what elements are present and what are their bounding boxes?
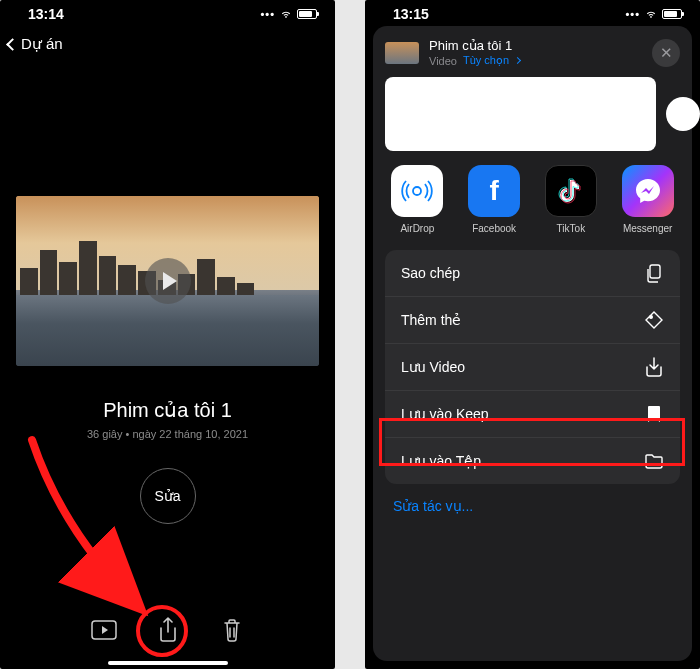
app-label: Facebook [472, 223, 516, 234]
share-button[interactable] [155, 619, 181, 641]
play-button[interactable] [145, 258, 191, 304]
nav-bar: Dự án [0, 28, 335, 60]
phone-left-project-detail: 13:14 ••• Dự án Phim của tôi 1 36 giây •… [0, 0, 335, 669]
sheet-subtitle[interactable]: Video Tùy chọn [429, 54, 642, 67]
action-list: Sao chép Thêm thẻ Lưu Video Lưu vào Keep [385, 250, 680, 484]
close-button[interactable]: ✕ [652, 39, 680, 67]
home-indicator[interactable] [108, 661, 228, 665]
apps-row: AirDrop f Facebook TikTok Messenger [373, 165, 692, 250]
status-icons: ••• [260, 8, 317, 20]
action-save-keep[interactable]: Lưu vào Keep [385, 391, 680, 438]
cellular-icon: ••• [260, 8, 275, 20]
bottom-toolbar [0, 605, 335, 655]
contact-suggestion[interactable] [666, 97, 700, 131]
app-label: AirDrop [400, 223, 434, 234]
status-time: 13:15 [393, 6, 429, 22]
status-time: 13:14 [28, 6, 64, 22]
tag-icon [644, 310, 664, 330]
app-tiktok[interactable]: TikTok [533, 165, 610, 234]
app-label: Messenger [623, 223, 672, 234]
preview-row [373, 77, 692, 165]
svg-point-3 [650, 316, 653, 319]
sheet-header: Phim của tôi 1 Video Tùy chọn ✕ [373, 34, 692, 77]
app-airdrop[interactable]: AirDrop [379, 165, 456, 234]
action-save-video[interactable]: Lưu Video [385, 344, 680, 391]
action-save-files[interactable]: Lưu vào Tệp [385, 438, 680, 484]
sheet-thumbnail [385, 42, 419, 64]
edit-actions-link[interactable]: Sửa tác vụ... [373, 484, 692, 528]
svg-rect-2 [650, 265, 660, 278]
app-facebook[interactable]: f Facebook [456, 165, 533, 234]
share-sheet: Phim của tôi 1 Video Tùy chọn ✕ AirDrop [373, 26, 692, 661]
wifi-icon [644, 9, 658, 19]
play-icon [163, 272, 177, 290]
svg-point-1 [413, 187, 421, 195]
action-label: Lưu Video [401, 359, 465, 375]
video-preview[interactable] [385, 77, 656, 151]
action-label: Sao chép [401, 265, 460, 281]
app-label: TikTok [557, 223, 586, 234]
action-label: Lưu vào Tệp [401, 453, 481, 469]
delete-button[interactable] [219, 619, 245, 641]
status-bar: 13:14 ••• [0, 0, 335, 28]
video-thumbnail[interactable] [16, 196, 319, 366]
edit-button[interactable]: Sửa [140, 468, 196, 524]
wifi-icon [279, 9, 293, 19]
battery-icon [297, 9, 317, 19]
copy-icon [644, 263, 664, 283]
folder-icon [644, 451, 664, 471]
action-label: Lưu vào Keep [401, 406, 489, 422]
back-button[interactable]: Dự án [8, 35, 63, 53]
sheet-options-link: Tùy chọn [463, 54, 509, 67]
action-label: Thêm thẻ [401, 312, 461, 328]
battery-icon [662, 9, 682, 19]
sheet-type: Video [429, 55, 457, 67]
phone-right-share-sheet: 13:15 ••• Phim của tôi 1 Video Tùy chọn … [365, 0, 700, 669]
sheet-title: Phim của tôi 1 [429, 38, 642, 53]
messenger-icon [622, 165, 674, 217]
tiktok-icon [545, 165, 597, 217]
chevron-left-icon [6, 38, 19, 51]
project-meta: 36 giây • ngày 22 tháng 10, 2021 [0, 428, 335, 440]
project-title: Phim của tôi 1 [0, 398, 335, 422]
back-label: Dự án [21, 35, 63, 53]
bookmark-icon [644, 404, 664, 424]
status-bar: 13:15 ••• [365, 0, 700, 28]
action-copy[interactable]: Sao chép [385, 250, 680, 297]
edit-label: Sửa [154, 488, 180, 504]
play-outline-button[interactable] [91, 619, 117, 641]
close-icon: ✕ [660, 45, 673, 60]
airdrop-icon [391, 165, 443, 217]
save-down-icon [644, 357, 664, 377]
facebook-icon: f [468, 165, 520, 217]
chevron-right-icon [514, 57, 521, 64]
action-add-tag[interactable]: Thêm thẻ [385, 297, 680, 344]
status-icons: ••• [625, 8, 682, 20]
app-messenger[interactable]: Messenger [609, 165, 686, 234]
cellular-icon: ••• [625, 8, 640, 20]
